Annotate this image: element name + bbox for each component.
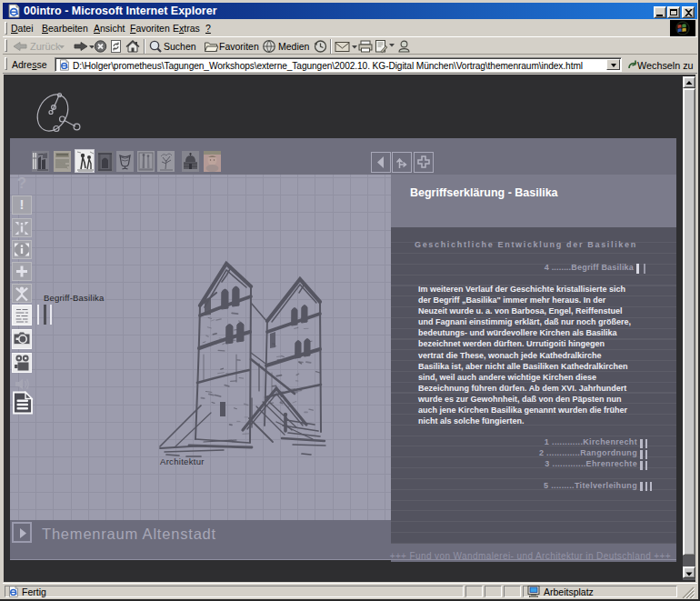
svg-text:Zurück: Zurück bbox=[30, 41, 61, 52]
